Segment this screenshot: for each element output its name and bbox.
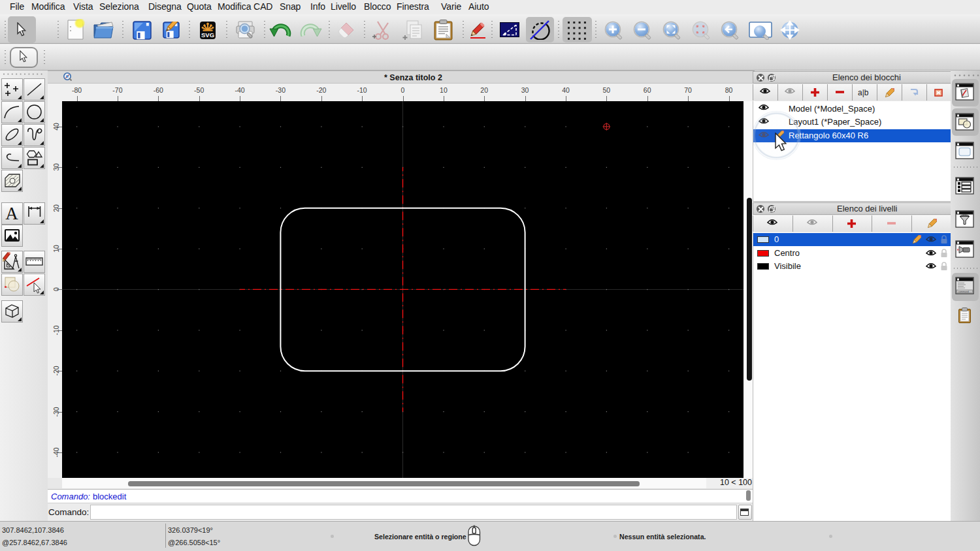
svg-text:command: command (958, 291, 969, 293)
svg-text:A: A (5, 204, 18, 223)
svg-text:SVG: SVG (201, 31, 214, 39)
